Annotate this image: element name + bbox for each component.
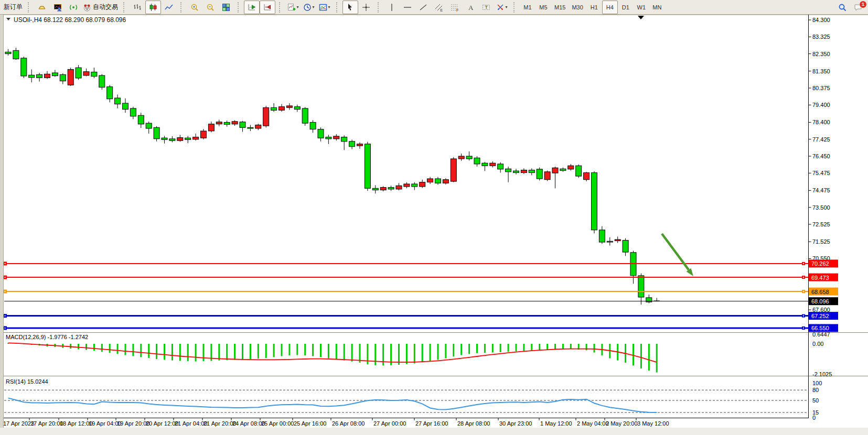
candle-body — [13, 50, 19, 59]
candle-body — [169, 139, 175, 140]
macd-histogram-bar — [273, 344, 275, 357]
auto-trading-button[interactable]: 自动交易 — [81, 1, 120, 14]
tf-D1-button[interactable]: D1 — [618, 1, 634, 14]
time-tick-label: 20 Apr 12:00 — [146, 420, 178, 427]
price-tick-label: 80.375 — [812, 85, 830, 91]
candle-body — [388, 188, 394, 189]
trendline-tool-button[interactable] — [415, 1, 431, 14]
candle-body — [638, 276, 644, 297]
fibonacci-tool-button[interactable]: F — [447, 1, 463, 14]
time-tick-label: 25 Apr 16:00 — [294, 420, 326, 427]
toolbar-separator — [180, 2, 185, 13]
newchart-glyph — [287, 3, 296, 12]
tf-MN-button[interactable]: MN — [649, 1, 665, 14]
tf-H1-button[interactable]: H1 — [586, 1, 602, 14]
tf-W1-button[interactable]: W1 — [634, 1, 649, 14]
toolbar-separator — [123, 2, 127, 13]
chat-button[interactable]: 1 — [850, 1, 866, 14]
window-left-border — [0, 15, 4, 435]
rsi-label: RSI(14) 15.0244 — [6, 378, 48, 385]
text-tool-button[interactable]: A — [463, 1, 478, 14]
cursor-tool-button[interactable] — [342, 1, 358, 14]
chart-line-button[interactable] — [161, 1, 177, 14]
period-clock-button[interactable]: ▾ — [301, 1, 317, 14]
macd-histogram-bar — [250, 344, 251, 359]
time-tick-label: 19 Apr 20:00 — [117, 420, 149, 427]
tf-M5-button[interactable]: M5 — [535, 1, 551, 14]
candle-body — [380, 188, 386, 190]
price-tick-label: 81.350 — [812, 68, 830, 74]
candle-body — [37, 74, 42, 78]
vertical-line-tool-button[interactable] — [384, 1, 400, 14]
arrows-tool-button[interactable]: ▾ — [494, 1, 510, 14]
tf-M15-button[interactable]: M15 — [551, 1, 569, 14]
auto-scroll-button[interactable] — [244, 1, 260, 14]
horizontal-line-tool-button[interactable] — [400, 1, 415, 14]
dropdown-caret-icon[interactable]: ▾ — [328, 5, 330, 9]
candle-body — [326, 137, 331, 139]
zoom-in-button[interactable] — [187, 1, 202, 14]
macd-histogram-bar — [187, 344, 189, 361]
macd-histogram-bar — [93, 344, 95, 351]
toolbar-group — [244, 1, 275, 14]
candle-body — [91, 72, 97, 76]
crosshair-tool-button[interactable] — [358, 1, 374, 14]
candle-body — [263, 107, 269, 126]
macd-histogram-bar — [195, 344, 197, 362]
toolbar-group: EFAT▾ — [384, 1, 510, 14]
macd-histogram-bar — [468, 344, 470, 354]
hline-left-handle-dot — [5, 328, 6, 329]
candle-body — [279, 107, 285, 111]
svg-text:T: T — [485, 5, 488, 10]
candle-body — [60, 74, 66, 81]
tf-M30-button[interactable]: M30 — [569, 1, 586, 14]
tile-windows-button[interactable] — [218, 1, 234, 14]
candle-body — [193, 137, 199, 139]
chart-shift-button[interactable] — [260, 1, 275, 14]
fibo-glyph: F — [451, 3, 459, 12]
tf-label: D1 — [620, 4, 631, 10]
linechart-glyph — [165, 3, 173, 12]
candle-body — [5, 52, 11, 53]
macd-histogram-bar — [304, 344, 306, 355]
tf-label: M5 — [538, 4, 549, 10]
candle-body — [435, 179, 441, 183]
tf-M1-button[interactable]: M1 — [520, 1, 535, 14]
new-order-button[interactable]: 新订单 — [2, 1, 24, 14]
candle-body — [537, 169, 542, 179]
candle-body — [232, 122, 238, 124]
hline-price-flag-label: 70.262 — [811, 260, 829, 267]
chart-bars-button[interactable] — [130, 1, 145, 14]
zoom-out-button[interactable] — [202, 1, 218, 14]
macd-histogram-bar — [539, 344, 540, 350]
dropdown-caret-icon[interactable]: ▾ — [296, 5, 298, 9]
channel-tool-button[interactable]: E — [431, 1, 447, 14]
chart-canvas: 84.30083.32582.35081.35080.37579.40078.4… — [0, 0, 868, 435]
candle-body — [474, 158, 480, 164]
expert-advisor-icon[interactable] — [50, 1, 66, 14]
macd-histogram-bar — [288, 344, 290, 355]
dropdown-caret-icon[interactable]: ▾ — [312, 5, 314, 9]
signal-icon[interactable] — [66, 1, 81, 14]
candle-body — [177, 138, 183, 141]
macd-histogram-bar — [453, 344, 454, 356]
zoomout-glyph — [206, 3, 215, 12]
search-button[interactable] — [834, 1, 850, 14]
template-button[interactable]: ▾ — [317, 1, 333, 14]
macd-histogram-bar — [328, 344, 329, 358]
ingot-icon[interactable] — [34, 1, 50, 14]
label-tool-button[interactable]: T — [478, 1, 494, 14]
tf-H4-button[interactable]: H4 — [602, 1, 618, 14]
dropdown-caret-icon[interactable]: ▾ — [505, 5, 507, 9]
channel-glyph: E — [435, 3, 443, 12]
ingot-glyph — [38, 3, 46, 12]
new-chart-button[interactable]: ▾ — [285, 1, 301, 14]
time-tick-label: 24 Apr 08:00 — [232, 420, 265, 427]
price-tick-label: 75.475 — [812, 170, 830, 176]
svg-text:A: A — [468, 4, 474, 12]
macd-histogram-bar — [164, 344, 165, 360]
candle-body — [513, 171, 519, 172]
candle-body — [138, 115, 144, 124]
chart-candles-button[interactable] — [145, 1, 161, 14]
macd-histogram-bar — [172, 344, 173, 361]
